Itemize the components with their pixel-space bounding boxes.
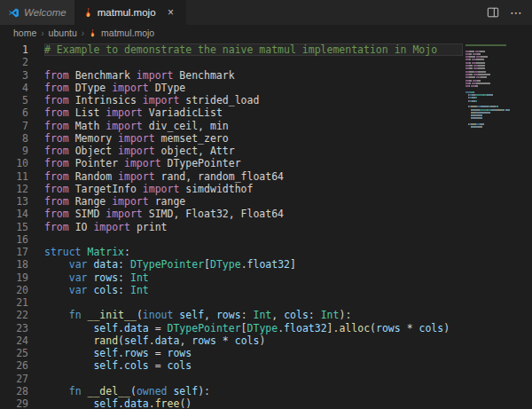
minimap[interactable] bbox=[466, 44, 520, 132]
code-line[interactable]: from TargetInfo import simdwidthof bbox=[44, 183, 532, 195]
code-line[interactable]: self.rows = rows bbox=[44, 347, 532, 359]
line-number[interactable]: 16 bbox=[0, 233, 28, 246]
line-number[interactable]: 13 bbox=[0, 195, 28, 208]
code-line[interactable] bbox=[44, 56, 532, 68]
tab-welcome[interactable]: Welcome bbox=[0, 0, 75, 25]
breadcrumb-item-ubuntu[interactable]: ubuntu bbox=[49, 28, 77, 38]
minimap-line bbox=[466, 94, 520, 96]
line-number[interactable]: 15 bbox=[0, 221, 28, 233]
tab-matmul-mojo[interactable]: matmul.mojo × bbox=[75, 0, 186, 25]
code-line[interactable] bbox=[44, 233, 532, 246]
code-line[interactable]: from SIMD import SIMD, Float32, Float64 bbox=[44, 208, 532, 220]
minimap-line bbox=[466, 67, 520, 69]
code-line[interactable] bbox=[44, 296, 532, 309]
line-number[interactable]: 19 bbox=[0, 271, 28, 284]
minimap-line bbox=[466, 83, 520, 84]
code-line[interactable]: from Benchmark import Benchmark bbox=[44, 69, 532, 82]
line-number[interactable]: 5 bbox=[0, 94, 28, 106]
line-number[interactable]: 17 bbox=[0, 246, 28, 258]
breadcrumb-file-flame-icon bbox=[89, 28, 97, 38]
minimap-line bbox=[466, 85, 520, 87]
minimap-line bbox=[466, 47, 520, 49]
code-line[interactable]: fn __init__(inout self, rows: Int, cols:… bbox=[44, 309, 532, 321]
code-line[interactable]: from Range import range bbox=[44, 195, 532, 208]
line-number[interactable]: 26 bbox=[0, 359, 28, 372]
line-number[interactable]: 14 bbox=[0, 208, 28, 220]
minimap-line bbox=[466, 88, 520, 90]
minimap-line bbox=[466, 62, 520, 64]
line-number[interactable]: 27 bbox=[0, 373, 28, 385]
breadcrumb-item-home[interactable]: home bbox=[13, 28, 36, 38]
code-line[interactable]: rand(self.data, rows * cols) bbox=[44, 334, 532, 347]
minimap-line bbox=[466, 65, 520, 67]
minimap-line bbox=[466, 71, 520, 73]
line-number[interactable]: 1 bbox=[0, 43, 28, 56]
minimap-line bbox=[466, 91, 520, 93]
close-tab-icon[interactable]: × bbox=[165, 6, 177, 19]
code-line[interactable]: var data: DTypePointer[DType.float32] bbox=[44, 258, 532, 271]
line-number[interactable]: 9 bbox=[0, 145, 28, 157]
line-number[interactable]: 25 bbox=[0, 347, 28, 359]
code-line[interactable]: struct Matrix: bbox=[44, 246, 532, 258]
breadcrumb-item-file[interactable]: matmul.mojo bbox=[101, 28, 154, 38]
minimap-line bbox=[466, 106, 520, 107]
chevron-right-icon: › bbox=[41, 28, 43, 38]
line-number[interactable]: 4 bbox=[0, 82, 28, 94]
line-number[interactable]: 8 bbox=[0, 132, 28, 145]
chevron-right-icon: › bbox=[82, 28, 84, 38]
line-number[interactable]: 10 bbox=[0, 157, 28, 169]
line-number[interactable]: 3 bbox=[0, 69, 28, 82]
more-actions-icon[interactable]: ⋯ bbox=[510, 5, 523, 20]
code-line[interactable]: from Object import object, Attr bbox=[44, 145, 532, 157]
line-number[interactable]: 22 bbox=[0, 309, 28, 321]
split-editor-icon[interactable] bbox=[487, 6, 499, 19]
code-line[interactable]: from DType import DType bbox=[44, 82, 532, 94]
line-number[interactable]: 12 bbox=[0, 183, 28, 195]
code-line[interactable]: from Intrinsics import strided_load bbox=[44, 94, 532, 106]
tab-bar: Welcome matmul.mojo × ⋯ bbox=[0, 0, 532, 25]
code-line[interactable]: fn __del__(owned self): bbox=[44, 385, 532, 397]
code-lines: # Example to demonstrate the naive matmu… bbox=[44, 43, 532, 409]
code-line[interactable]: from Pointer import DTypePointer bbox=[44, 157, 532, 169]
line-number[interactable]: 23 bbox=[0, 322, 28, 334]
minimap-line bbox=[466, 117, 520, 119]
minimap-line bbox=[466, 114, 520, 116]
line-number[interactable]: 28 bbox=[0, 385, 28, 397]
line-number[interactable]: 2 bbox=[0, 56, 28, 68]
breadcrumb: home › ubuntu › matmul.mojo bbox=[0, 25, 532, 41]
minimap-line bbox=[466, 112, 520, 114]
code-line[interactable]: from IO import print bbox=[44, 221, 532, 233]
line-number[interactable]: 20 bbox=[0, 284, 28, 296]
minimap-line bbox=[466, 44, 520, 46]
line-number[interactable]: 6 bbox=[0, 106, 28, 119]
code-line[interactable]: # Example to demonstrate the naive matmu… bbox=[44, 43, 463, 56]
minimap-line bbox=[466, 53, 520, 55]
minimap-line bbox=[466, 126, 520, 128]
line-number[interactable]: 24 bbox=[0, 334, 28, 347]
minimap-line bbox=[466, 80, 520, 82]
vscode-window: Welcome matmul.mojo × ⋯ home › ubuntu › … bbox=[0, 0, 532, 409]
mojo-flame-icon bbox=[83, 7, 93, 19]
code-line[interactable] bbox=[44, 373, 532, 385]
code-line[interactable]: from Memory import memset_zero bbox=[44, 132, 532, 145]
code-line[interactable]: self.data = DTypePointer[DType.float32].… bbox=[44, 322, 532, 334]
code-editor[interactable]: 1234567891011121314151617181920212223242… bbox=[0, 41, 532, 409]
minimap-line bbox=[466, 74, 520, 75]
code-line[interactable]: var cols: Int bbox=[44, 284, 532, 296]
code-line[interactable]: from List import VariadicList bbox=[44, 106, 532, 119]
editor-actions: ⋯ bbox=[478, 0, 532, 25]
line-number[interactable]: 29 bbox=[0, 397, 28, 409]
line-number[interactable]: 21 bbox=[0, 296, 28, 309]
minimap-line bbox=[466, 130, 520, 131]
line-number[interactable]: 18 bbox=[0, 258, 28, 271]
minimap-line bbox=[466, 56, 520, 58]
line-number[interactable]: 11 bbox=[0, 170, 28, 183]
minimap-line bbox=[466, 97, 520, 98]
minimap-line bbox=[466, 123, 520, 125]
code-line[interactable]: self.data.free() bbox=[44, 397, 532, 409]
code-line[interactable]: from Math import div_ceil, min bbox=[44, 120, 532, 132]
code-line[interactable]: self.cols = cols bbox=[44, 359, 532, 372]
code-line[interactable]: from Random import rand, random_float64 bbox=[44, 170, 532, 183]
line-number[interactable]: 7 bbox=[0, 120, 28, 132]
code-line[interactable]: var rows: Int bbox=[44, 271, 532, 284]
